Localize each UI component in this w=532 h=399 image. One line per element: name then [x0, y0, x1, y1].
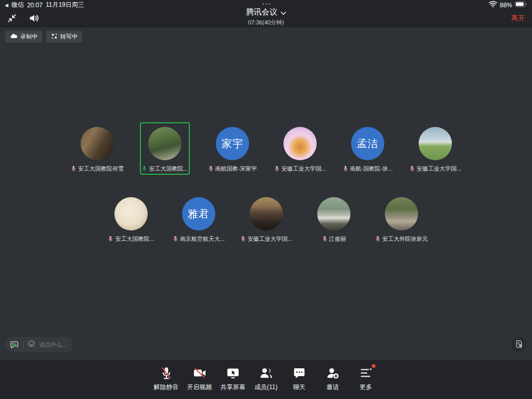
participant-tile[interactable]: 安工大国教院何雪: [63, 127, 131, 173]
participants-area: 录制中 转写中 安工大国教院何雪: [0, 28, 532, 359]
mic-muted-icon: [375, 236, 381, 242]
toolbar-label: 解除静音: [154, 383, 179, 392]
chat-input-placeholder[interactable]: 说点什么...: [39, 341, 67, 349]
share-screen-icon: [226, 366, 240, 380]
avatar: [114, 197, 148, 230]
avatar-initials-text: 雅君: [188, 207, 210, 221]
avatar: [283, 127, 317, 160]
toolbar-label: 邀请: [327, 383, 339, 392]
avatar-initials: 家宇: [216, 127, 249, 160]
back-to-app-icon[interactable]: ◀: [5, 3, 8, 8]
toolbar-label: 共享屏幕: [220, 383, 245, 392]
meeting-docs-button[interactable]: [511, 337, 527, 353]
avatar-initials-text: 孟洁: [357, 137, 379, 151]
participant-name: 南京航空航天大...: [180, 235, 225, 243]
toolbar-label: 聊天: [293, 383, 306, 392]
battery-icon: [515, 1, 527, 9]
avatar: [81, 127, 114, 160]
speaker-icon[interactable]: [27, 11, 41, 25]
avatar: [148, 127, 181, 160]
more-icon: [359, 366, 373, 380]
camera-off-icon: [192, 366, 206, 380]
chat-icon: [292, 366, 306, 380]
cloud-record-icon: [10, 33, 18, 40]
meeting-screen: ◀ 微信 20:07 11月19日周三 88%: [0, 0, 532, 399]
participant-tile[interactable]: 安工大国教院...: [97, 197, 165, 243]
participant-tile[interactable]: 家宇 南航国教-宋家宇: [199, 127, 266, 173]
document-edit-icon: [515, 340, 523, 350]
chat-online-dot: [14, 343, 17, 347]
participant-tile[interactable]: 雅君 南京航空航天大...: [165, 197, 232, 243]
participant-name: 南航国教-宋家宇: [215, 165, 257, 173]
more-button[interactable]: 更多: [352, 366, 380, 392]
participant-name: 安工大国教院何雪: [78, 165, 124, 173]
leave-meeting-button[interactable]: 离开: [511, 14, 525, 23]
mic-muted-icon: [322, 236, 328, 242]
pill-divider: |: [22, 341, 24, 349]
transcription-icon: [51, 33, 58, 41]
participant-tile[interactable]: 安徽工业大学国...: [266, 127, 334, 173]
meeting-timer: 07:36(40分钟): [246, 19, 286, 27]
participant-name: 安工大国教院...: [115, 235, 154, 243]
participant-tile-active-speaker[interactable]: 安工大国教院...: [131, 127, 199, 173]
participant-tile[interactable]: 孟洁 南航-国教院-张...: [334, 127, 401, 173]
avatar-initials: 雅君: [182, 197, 215, 230]
participant-tile[interactable]: 安徽工业大学国...: [401, 127, 469, 173]
chat-input-bar[interactable]: | 说点什么...: [5, 337, 73, 352]
wifi-icon: [489, 1, 497, 9]
toolbar-label: 更多: [360, 383, 372, 392]
meeting-title-row[interactable]: 腾讯会议: [246, 7, 286, 17]
avatar-initials-text: 家宇: [222, 137, 243, 151]
start-video-button[interactable]: 开启视频: [186, 366, 214, 392]
members-button[interactable]: 成员(11): [252, 366, 280, 392]
mic-muted-icon: [108, 236, 113, 242]
participant-name: 安工大外院张新元: [382, 235, 428, 243]
participant-name: 江俊丽: [329, 235, 346, 243]
participant-tile[interactable]: 江俊丽: [300, 197, 368, 243]
avatar: [419, 127, 452, 160]
chat-button[interactable]: 聊天: [286, 366, 314, 392]
chat-message-icon[interactable]: [10, 340, 19, 349]
avatar: [317, 197, 351, 230]
mic-muted-icon: [274, 165, 280, 172]
transcription-badge-label: 转写中: [60, 33, 77, 41]
notification-dot: [372, 364, 375, 368]
participant-name: 安徽工业大学国...: [417, 165, 461, 173]
battery-percent: 88%: [500, 2, 512, 9]
recording-badge-label: 录制中: [20, 33, 37, 41]
emoji-icon[interactable]: [28, 340, 35, 350]
participant-name: 安工大国教院...: [149, 165, 188, 173]
participant-tile[interactable]: 安徽工业大学国...: [232, 197, 300, 243]
invite-icon: [326, 366, 340, 380]
share-screen-button[interactable]: 共享屏幕: [219, 366, 247, 392]
mic-muted-icon: [343, 165, 348, 172]
mic-muted-icon: [208, 165, 214, 172]
unmute-button[interactable]: 解除静音: [152, 366, 180, 392]
toolbar-label: 成员(11): [254, 383, 277, 392]
meeting-header: 腾讯会议 07:36(40分钟) 离开: [0, 10, 532, 28]
avatar: [250, 197, 283, 230]
invite-button[interactable]: 邀请: [319, 366, 347, 392]
participant-name: 安徽工业大学国...: [281, 165, 326, 173]
clock-time: 20:07: [27, 2, 43, 9]
mic-muted-icon: [409, 165, 415, 172]
chevron-down-icon: [280, 8, 286, 17]
mic-muted-icon: [159, 366, 173, 380]
mic-active-icon: [141, 165, 147, 172]
toolbar-label: 开启视频: [187, 383, 212, 392]
participant-name: 安徽工业大学国...: [248, 235, 292, 243]
mic-muted-icon: [71, 165, 76, 172]
mic-muted-icon: [173, 236, 178, 242]
avatar: [385, 197, 418, 230]
clock-date: 11月19日周三: [46, 1, 84, 9]
back-to-app-label[interactable]: 微信: [11, 1, 24, 9]
members-icon: [259, 366, 273, 380]
recording-badge[interactable]: 录制中: [5, 31, 42, 43]
bottom-toolbar: 解除静音 开启视频 共享屏幕: [0, 359, 532, 399]
participant-tile[interactable]: 安工大外院张新元: [368, 197, 435, 243]
meeting-title: 腾讯会议: [246, 7, 277, 17]
transcription-badge[interactable]: 转写中: [46, 31, 82, 43]
minimize-meeting-icon[interactable]: [5, 11, 19, 25]
participant-name: 南航-国教院-张...: [350, 165, 393, 173]
avatar-initials: 孟洁: [351, 127, 384, 160]
